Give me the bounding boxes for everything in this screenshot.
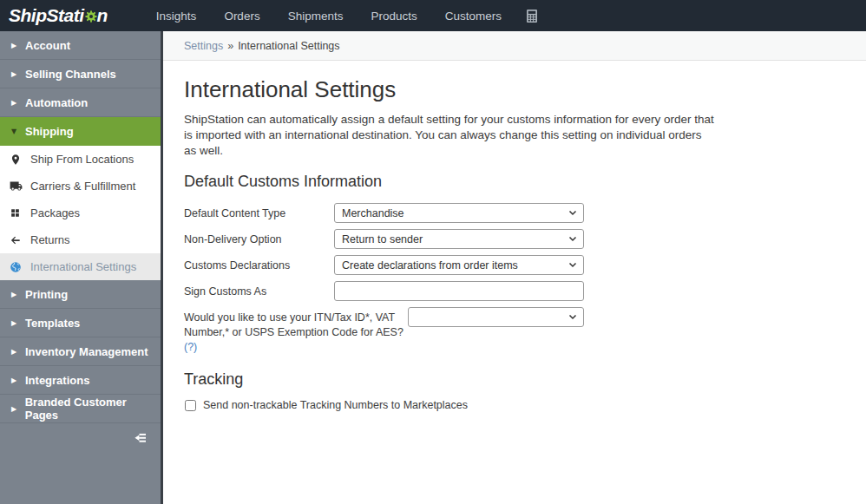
chevron-down-icon xyxy=(567,311,578,324)
sidebar-item-label: Selling Channels xyxy=(25,68,116,81)
breadcrumb-current: International Settings xyxy=(238,40,339,52)
shipstation-logo[interactable]: ShipStati n xyxy=(9,5,108,26)
caret-right-icon: ▶ xyxy=(11,99,25,107)
tracking-section-heading: Tracking xyxy=(184,370,845,389)
location-pin-icon xyxy=(10,153,23,167)
caret-right-icon: ▶ xyxy=(11,70,25,78)
sign-customs-as-row: Sign Customs As xyxy=(184,281,845,301)
sidebar-item-carriers-fulfillment[interactable]: Carriers & Fulfillment xyxy=(0,173,161,200)
sidebar-item-label: Branded Customer Pages xyxy=(25,396,161,422)
sidebar-item-label: Templates xyxy=(25,317,80,330)
page-description: ShipStation can automatically assign a d… xyxy=(184,112,715,159)
sidebar-item-label: Carriers & Fulfillment xyxy=(30,180,135,193)
packages-grid-icon xyxy=(10,206,23,220)
page-content: International Settings ShipStation can a… xyxy=(163,61,866,411)
tracking-checkbox-label: Send non-trackable Tracking Numbers to M… xyxy=(203,399,468,411)
sidebar-item-label: Automation xyxy=(25,96,88,109)
customs-declarations-row: Customs Declarations Create declarations… xyxy=(184,255,845,275)
aes-exemption-select[interactable] xyxy=(408,307,584,327)
caret-down-icon: ▼ xyxy=(11,128,25,135)
rate-calculator-icon xyxy=(524,8,540,24)
non-delivery-option-label: Non-Delivery Option xyxy=(184,229,334,247)
non-delivery-option-row: Non-Delivery Option Return to sender xyxy=(184,229,845,249)
nav-item-customers[interactable]: Customers xyxy=(445,10,502,23)
sidebar-item-label: Returns xyxy=(30,233,70,246)
default-content-type-row: Default Content Type Merchandise xyxy=(184,203,845,223)
default-content-type-label: Default Content Type xyxy=(184,203,334,221)
tracking-checkbox-row: Send non-trackable Tracking Numbers to M… xyxy=(184,399,845,411)
non-delivery-option-select[interactable]: Return to sender xyxy=(334,229,584,249)
sidebar-item-ship-from-locations[interactable]: Ship From Locations xyxy=(0,146,161,173)
select-value: Create declarations from order items xyxy=(342,259,518,272)
customs-declarations-select[interactable]: Create declarations from order items xyxy=(334,255,584,275)
chevron-down-icon xyxy=(567,233,578,246)
aes-exemption-question: Would you like to use your ITN/Tax ID*, … xyxy=(184,311,403,338)
tracking-checkbox[interactable] xyxy=(185,400,196,411)
sidebar-item-label: Integrations xyxy=(25,374,89,387)
breadcrumb: Settings » International Settings xyxy=(163,31,866,61)
nav-item-insights[interactable]: Insights xyxy=(156,10,197,23)
shipping-subnav: Ship From Locations Carriers & Fulfillme… xyxy=(0,146,161,280)
select-value: Return to sender xyxy=(342,233,423,245)
top-nav: ShipStati n Insights Orders Shipments Pr… xyxy=(0,0,866,31)
aes-exemption-label: Would you like to use your ITN/Tax ID*, … xyxy=(184,307,408,355)
sidebar-item-label: Account xyxy=(25,39,70,52)
caret-right-icon: ▶ xyxy=(11,319,25,327)
collapse-sidebar-icon[interactable] xyxy=(131,430,150,446)
chevron-down-icon xyxy=(567,207,578,220)
sidebar-item-packages[interactable]: Packages xyxy=(0,200,161,226)
sidebar-item-label: Inventory Management xyxy=(25,345,148,358)
breadcrumb-settings-link[interactable]: Settings xyxy=(184,40,223,52)
return-arrow-icon xyxy=(10,233,23,247)
sidebar-item-printing[interactable]: ▶ Printing xyxy=(0,280,161,309)
sidebar-item-label: Ship From Locations xyxy=(30,153,134,166)
sidebar-item-label: International Settings xyxy=(30,260,136,273)
breadcrumb-separator: » xyxy=(227,40,233,52)
sidebar-item-label: Printing xyxy=(25,288,68,301)
sidebar-item-account[interactable]: ▶ Account xyxy=(0,31,161,60)
default-content-type-select[interactable]: Merchandise xyxy=(334,203,584,223)
aes-exemption-row: Would you like to use your ITN/Tax ID*, … xyxy=(184,307,845,355)
sidebar-item-inventory-management[interactable]: ▶ Inventory Management xyxy=(0,337,161,366)
sidebar-filler xyxy=(0,453,161,504)
sidebar-item-shipping[interactable]: ▼ Shipping xyxy=(0,117,161,146)
chevron-down-icon xyxy=(567,259,578,272)
aes-help-link[interactable]: (?) xyxy=(184,341,197,353)
sidebar-item-selling-channels[interactable]: ▶ Selling Channels xyxy=(0,60,161,88)
caret-right-icon: ▶ xyxy=(11,42,25,49)
sidebar-item-label: Shipping xyxy=(25,125,74,138)
sidebar-item-returns[interactable]: Returns xyxy=(0,226,161,253)
caret-right-icon: ▶ xyxy=(11,376,25,384)
caret-right-icon: ▶ xyxy=(11,348,25,356)
sidebar-item-templates[interactable]: ▶ Templates xyxy=(0,309,161,337)
logo-text-suffix: n xyxy=(97,5,108,26)
nav-item-products[interactable]: Products xyxy=(371,10,417,23)
caret-right-icon: ▶ xyxy=(11,405,25,413)
sidebar-item-branded-customer-pages[interactable]: ▶ Branded Customer Pages xyxy=(0,395,161,423)
page-title: International Settings xyxy=(184,76,845,103)
sidebar-item-automation[interactable]: ▶ Automation xyxy=(0,88,161,117)
sidebar-item-international-settings[interactable]: International Settings xyxy=(0,253,161,280)
sign-customs-as-label: Sign Customs As xyxy=(184,281,334,299)
select-value: Merchandise xyxy=(342,207,404,219)
rate-calculator-button[interactable] xyxy=(524,8,540,24)
customs-declarations-label: Customs Declarations xyxy=(184,255,334,273)
sidebar-item-integrations[interactable]: ▶ Integrations xyxy=(0,366,161,395)
truck-icon xyxy=(10,180,23,193)
globe-icon xyxy=(10,260,23,274)
settings-sidebar: ▶ Account ▶ Selling Channels ▶ Automatio… xyxy=(0,31,163,504)
logo-text-prefix: ShipStati xyxy=(9,5,84,26)
top-nav-menu: Insights Orders Shipments Products Custo… xyxy=(156,10,502,23)
caret-right-icon: ▶ xyxy=(11,291,25,298)
gear-icon xyxy=(84,10,98,23)
customs-section-heading: Default Customs Information xyxy=(184,173,845,191)
sign-customs-as-input[interactable] xyxy=(334,281,584,301)
nav-item-shipments[interactable]: Shipments xyxy=(288,10,344,23)
sidebar-collapse-row xyxy=(0,423,161,453)
sidebar-item-label: Packages xyxy=(30,206,80,219)
main-panel: Settings » International Settings Intern… xyxy=(163,31,866,504)
nav-item-orders[interactable]: Orders xyxy=(224,10,259,23)
